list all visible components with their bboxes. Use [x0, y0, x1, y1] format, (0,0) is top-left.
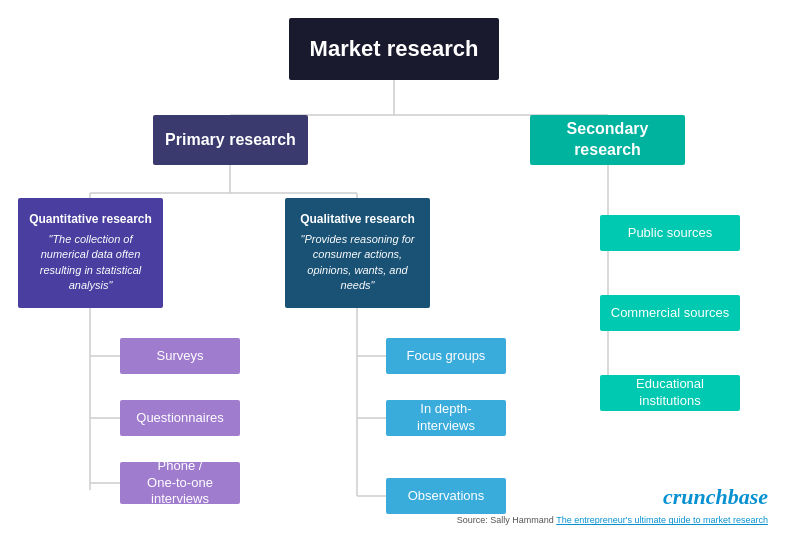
diagram: Market research Primary research Seconda… — [0, 0, 788, 547]
phone-label: Phone / One-to-one interviews — [130, 458, 230, 509]
quantitative-research-node: Quantitative research "The collection of… — [18, 198, 163, 308]
phone-node: Phone / One-to-one interviews — [120, 462, 240, 504]
crunchbase-source: Source: Sally Hammand The entrepreneur's… — [457, 514, 768, 527]
qualitative-research-node: Qualitative research "Provides reasoning… — [285, 198, 430, 308]
primary-research-label: Primary research — [165, 130, 296, 151]
public-sources-label: Public sources — [628, 225, 713, 242]
source-text: Source: Sally Hammand — [457, 515, 554, 525]
indepth-interviews-node: In depth-interviews — [386, 400, 506, 436]
crunchbase-logo: crunchbase — [457, 484, 768, 510]
primary-research-node: Primary research — [153, 115, 308, 165]
educational-label: Educational institutions — [610, 376, 730, 410]
qualitative-title: Qualitative research — [293, 212, 422, 228]
questionnaires-label: Questionnaires — [136, 410, 223, 427]
secondary-research-label: Secondary research — [540, 119, 675, 161]
commercial-sources-node: Commercial sources — [600, 295, 740, 331]
market-research-label: Market research — [310, 35, 479, 64]
questionnaires-node: Questionnaires — [120, 400, 240, 436]
indepth-label: In depth-interviews — [396, 401, 496, 435]
crunchbase-branding: crunchbase Source: Sally Hammand The ent… — [457, 484, 768, 527]
market-research-node: Market research — [289, 18, 499, 80]
qualitative-body: "Provides reasoning for consumer actions… — [301, 233, 415, 292]
focus-groups-node: Focus groups — [386, 338, 506, 374]
secondary-research-node: Secondary research — [530, 115, 685, 165]
quantitative-body: "The collection of numerical data often … — [40, 233, 142, 292]
focus-groups-label: Focus groups — [407, 348, 486, 365]
surveys-label: Surveys — [157, 348, 204, 365]
public-sources-node: Public sources — [600, 215, 740, 251]
quantitative-title: Quantitative research — [26, 212, 155, 228]
commercial-sources-label: Commercial sources — [611, 305, 729, 322]
educational-institutions-node: Educational institutions — [600, 375, 740, 411]
surveys-node: Surveys — [120, 338, 240, 374]
source-link[interactable]: The entrepreneur's ultimate guide to mar… — [556, 515, 768, 525]
